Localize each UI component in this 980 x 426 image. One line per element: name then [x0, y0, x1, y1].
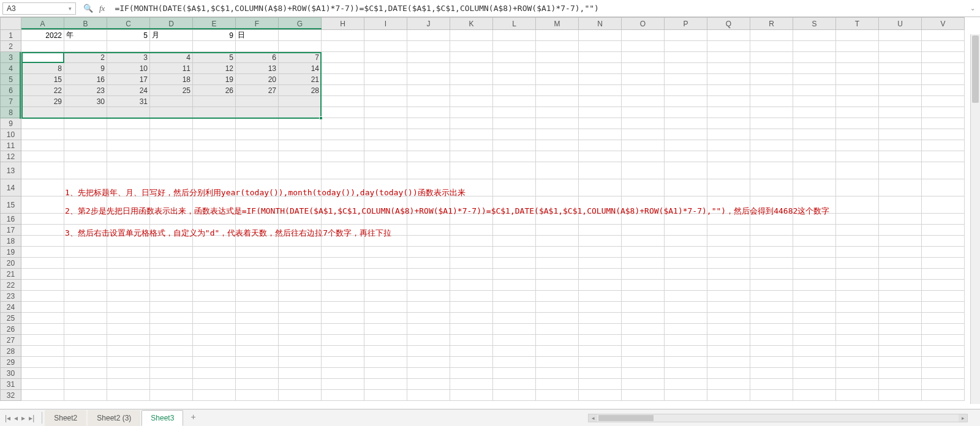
cell-C13[interactable] — [107, 162, 150, 179]
cell-E32[interactable] — [193, 390, 236, 401]
cell-V10[interactable] — [922, 129, 965, 140]
cell-Q17[interactable] — [707, 225, 750, 236]
cell-U18[interactable] — [879, 236, 922, 247]
cell-L27[interactable] — [493, 335, 536, 346]
cell-S17[interactable] — [793, 225, 836, 236]
cell-V18[interactable] — [922, 236, 965, 247]
cell-O22[interactable] — [622, 280, 665, 291]
cell-I9[interactable] — [364, 118, 407, 129]
cell-J19[interactable] — [407, 247, 450, 258]
cell-O10[interactable] — [622, 129, 665, 140]
cell-R14[interactable] — [750, 179, 793, 196]
cell-B5[interactable]: 16 — [64, 74, 107, 85]
cell-M25[interactable] — [536, 313, 579, 324]
row-head-23[interactable]: 23 — [1, 291, 21, 302]
cell-M2[interactable] — [536, 41, 579, 52]
cell-K29[interactable] — [450, 357, 493, 368]
cell-H25[interactable] — [322, 313, 364, 324]
cell-C21[interactable] — [107, 269, 150, 280]
cell-L18[interactable] — [493, 236, 536, 247]
cell-U14[interactable] — [879, 179, 922, 196]
cell-B27[interactable] — [64, 335, 107, 346]
cell-Q20[interactable] — [707, 258, 750, 269]
cell-O6[interactable] — [622, 85, 665, 96]
cell-G8[interactable] — [279, 107, 322, 118]
cell-G5[interactable]: 21 — [279, 74, 322, 85]
cell-E31[interactable] — [193, 379, 236, 390]
cell-T16[interactable] — [836, 214, 879, 225]
cell-O28[interactable] — [622, 346, 665, 357]
cell-S11[interactable] — [793, 140, 836, 151]
cell-R8[interactable] — [750, 107, 793, 118]
cell-G27[interactable] — [279, 335, 322, 346]
cell-B1[interactable]: 年 — [64, 30, 107, 41]
cell-A18[interactable] — [21, 236, 64, 247]
cell-M18[interactable] — [536, 236, 579, 247]
cell-V30[interactable] — [922, 368, 965, 379]
cell-T26[interactable] — [836, 324, 879, 335]
cell-C25[interactable] — [107, 313, 150, 324]
cell-R29[interactable] — [750, 357, 793, 368]
cell-P18[interactable] — [665, 236, 707, 247]
cell-Q7[interactable] — [707, 96, 750, 107]
row-head-16[interactable]: 16 — [1, 214, 21, 225]
cell-P5[interactable] — [665, 74, 707, 85]
vscroll-thumb[interactable] — [972, 36, 979, 103]
cell-B21[interactable] — [64, 269, 107, 280]
cell-K20[interactable] — [450, 258, 493, 269]
hscroll-thumb[interactable] — [598, 415, 654, 421]
cell-V26[interactable] — [922, 324, 965, 335]
cell-J31[interactable] — [407, 379, 450, 390]
row-head-11[interactable]: 11 — [1, 140, 21, 151]
cell-R5[interactable] — [750, 74, 793, 85]
cell-S25[interactable] — [793, 313, 836, 324]
cell-U4[interactable] — [879, 63, 922, 74]
cell-C22[interactable] — [107, 280, 150, 291]
cell-M27[interactable] — [536, 335, 579, 346]
cell-C9[interactable] — [107, 118, 150, 129]
cell-R20[interactable] — [750, 258, 793, 269]
cell-N9[interactable] — [579, 118, 622, 129]
cell-F30[interactable] — [236, 368, 279, 379]
cell-K2[interactable] — [450, 41, 493, 52]
cell-L1[interactable] — [493, 30, 536, 41]
cell-P22[interactable] — [665, 280, 707, 291]
cell-T27[interactable] — [836, 335, 879, 346]
cell-S26[interactable] — [793, 324, 836, 335]
row-head-31[interactable]: 31 — [1, 379, 21, 390]
cell-H1[interactable] — [322, 30, 364, 41]
cell-G4[interactable]: 14 — [279, 63, 322, 74]
cell-Q30[interactable] — [707, 368, 750, 379]
cell-U19[interactable] — [879, 247, 922, 258]
cell-K24[interactable] — [450, 302, 493, 313]
cell-A22[interactable] — [21, 280, 64, 291]
cell-T21[interactable] — [836, 269, 879, 280]
cell-K23[interactable] — [450, 291, 493, 302]
cell-T3[interactable] — [836, 52, 879, 63]
cell-G24[interactable] — [279, 302, 322, 313]
cell-U21[interactable] — [879, 269, 922, 280]
cell-J25[interactable] — [407, 313, 450, 324]
cell-G10[interactable] — [279, 129, 322, 140]
cell-M11[interactable] — [536, 140, 579, 151]
cell-H2[interactable] — [322, 41, 364, 52]
cell-F3[interactable]: 6 — [236, 52, 279, 63]
cell-S20[interactable] — [793, 258, 836, 269]
cell-J21[interactable] — [407, 269, 450, 280]
cell-V9[interactable] — [922, 118, 965, 129]
cell-O30[interactable] — [622, 368, 665, 379]
cell-Q4[interactable] — [707, 63, 750, 74]
cell-G30[interactable] — [279, 368, 322, 379]
cell-R21[interactable] — [750, 269, 793, 280]
cell-H8[interactable] — [322, 107, 364, 118]
cell-Q11[interactable] — [707, 140, 750, 151]
cell-S8[interactable] — [793, 107, 836, 118]
cell-F27[interactable] — [236, 335, 279, 346]
cell-F5[interactable]: 20 — [236, 74, 279, 85]
cell-Q24[interactable] — [707, 302, 750, 313]
cell-T4[interactable] — [836, 63, 879, 74]
cell-F2[interactable] — [236, 41, 279, 52]
cell-I25[interactable] — [364, 313, 407, 324]
cell-K8[interactable] — [450, 107, 493, 118]
cell-A28[interactable] — [21, 346, 64, 357]
